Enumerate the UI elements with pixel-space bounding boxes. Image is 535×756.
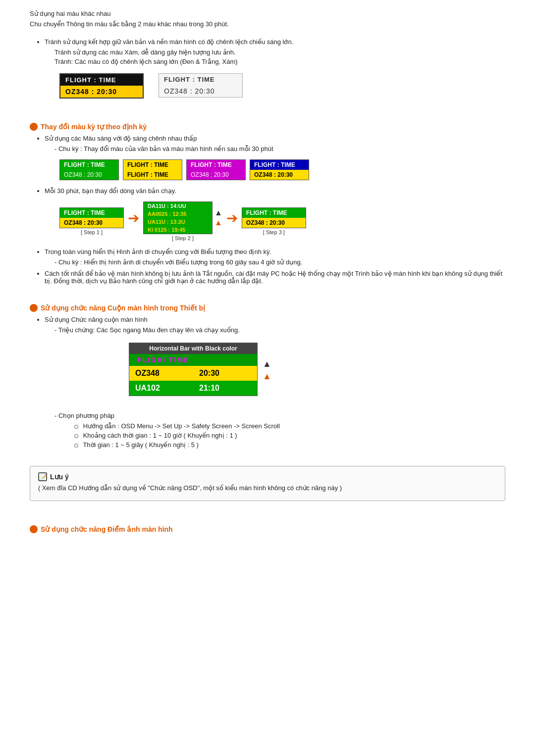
intro-line2: Chu chuyển Thông tin màu sắc bằng 2 màu … — [30, 20, 505, 28]
scroll-arrows: ▲ ▲ — [214, 208, 222, 227]
section1-bullet1: Sử dụng các Màu sáng với độ sáng chênh n… — [45, 135, 505, 142]
circle-bullet-1 — [74, 425, 78, 429]
step1-board: FLIGHT : TIME OZ348 : 20:30 — [59, 207, 124, 228]
step3-label: [ Step 3 ] — [263, 229, 285, 235]
step-boards-row: FLIGHT : TIME OZ348 : 20:30 [ Step 1 ] ➔… — [59, 202, 505, 241]
step3-wrapper: FLIGHT : TIME OZ348 : 20:30 [ Step 3 ] — [242, 207, 306, 235]
section1b-bullet1: Mỗi 30 phút, bạn thay đổi dòng văn bản c… — [45, 187, 505, 195]
light-board-data: OZ348 : 20:30 — [159, 85, 242, 97]
color-boards-row: FLIGHT : TIME OZ348 : 20:30 FLIGHT : TIM… — [59, 159, 505, 180]
step3-data: OZ348 : 20:30 — [242, 218, 306, 228]
intro-line1: Sử dụng hai màu khác nhau — [30, 10, 505, 17]
sub-text-1: Tránh sử dụng các màu Xám, dễ dàng gây h… — [54, 49, 505, 56]
color-board-blue: FLIGHT : TIME OZ348 : 20:30 — [250, 159, 309, 180]
bullet-1: Tránh sử dụng kết hợp giữ văn bản và nền… — [45, 38, 505, 46]
step2-r1: DA11U : 14:UU — [144, 202, 212, 210]
cb-green-header: FLIGHT : TIME — [60, 160, 118, 170]
hbar-container: Horizontal Bar with Black color FLIGHI T… — [129, 343, 258, 398]
color-board-yellow: FLIGHT : TIME FLIGHT : TIME — [123, 159, 182, 180]
step2-r2: AA0025 : 12:35 — [144, 210, 212, 218]
step2-label: [ Step 2 ] — [172, 235, 194, 241]
section2-sub1: - Triệu chứng: Các Sọc ngang Màu đen chạ… — [54, 326, 505, 334]
section1-sub1: - Chu kỳ : Thay đổi màu của văn bản và m… — [54, 145, 505, 152]
section2-title: Sử dụng chức năng Cuộn màn hình trong Th… — [30, 304, 505, 312]
color-board-green: FLIGHT : TIME OZ348 : 20:30 — [59, 159, 119, 180]
choose-item3: Thời gian : 1 ~ 5 giây ( Khuyến nghị : 5… — [74, 441, 505, 449]
step3-board: FLIGHT : TIME OZ348 : 20:30 — [242, 207, 306, 228]
choose-item1: Hướng dẫn : OSD Menu -> Set Up -> Safety… — [74, 422, 505, 430]
note-title: 📝 Lưu ý — [38, 472, 497, 481]
note-text: ( Xem đĩa CD Hướng dẫn sử dụng về "Chức … — [38, 484, 497, 492]
color-board-magenta: FLIGHT : TIME OZ348 : 20:30 — [186, 159, 246, 180]
cb-yellow-data: FLIGHT : TIME — [123, 170, 182, 180]
note-box: 📝 Lưu ý ( Xem đĩa CD Hướng dẫn sử dụng v… — [30, 466, 505, 501]
hbar-header: FLIGHI TIME — [129, 354, 257, 366]
scroll-down-icon: ▲ — [214, 218, 222, 227]
hbar-wrapper: Horizontal Bar with Black color FLIGHI T… — [30, 336, 505, 404]
step3-header: FLIGHT : TIME — [242, 208, 306, 218]
cb-magenta-header: FLIGHT : TIME — [187, 160, 245, 170]
dark-flight-board: FLIGHT : TIME OZ348 : 20:30 — [59, 73, 144, 99]
hbar-row1-c2: 20:30 — [193, 366, 257, 381]
step1-wrapper: FLIGHT : TIME OZ348 : 20:30 [ Step 1 ] — [59, 207, 124, 235]
arrow-right-2: ➔ — [226, 210, 238, 226]
light-flight-board: FLIGHT : TIME OZ348 : 20:30 — [159, 73, 243, 98]
cb-blue-data: OZ348 : 20:30 — [250, 170, 309, 180]
cb-magenta-data: OZ348 : 20:30 — [187, 170, 245, 180]
hbar-arrows: ▲ ▲ — [263, 359, 271, 382]
circle-bullet-2 — [74, 434, 78, 438]
step2-wrapper: DA11U : 14:UU AA0025 : 12:35 UA11U : 13:… — [143, 202, 222, 241]
orange-icon-1 — [30, 123, 38, 131]
hbar-title: Horizontal Bar with Black color — [129, 343, 257, 354]
hbar-row2-c2: 21:10 — [193, 381, 257, 396]
bullets2-sub1: - Chu kỳ : Hiển thị hình ảnh di chuyển v… — [54, 258, 505, 266]
step2-inner: DA11U : 14:UU AA0025 : 12:35 UA11U : 13:… — [143, 202, 222, 234]
cb-blue-header: FLIGHT : TIME — [250, 160, 309, 170]
choose-item2: Khoảng cách thời gian : 1 ~ 10 giờ ( Khu… — [74, 432, 505, 439]
dark-board-data: OZ348 : 20:30 — [60, 86, 143, 98]
hbar-board: Horizontal Bar with Black color FLIGHI T… — [129, 343, 258, 396]
arrow-right-1: ➔ — [128, 210, 139, 226]
section1-title: Thay đổi màu kỳ tự theo định kỳ — [30, 123, 505, 131]
bullets2-b2: Cách tốt nhất để bảo vệ màn hình không b… — [45, 270, 505, 285]
step1-data: OZ348 : 20:30 — [60, 218, 123, 228]
orange-icon-2 — [30, 304, 38, 312]
step2-r4: KI 0125 : 19:45 — [144, 226, 212, 234]
hbar-row2: UA102 21:10 — [129, 381, 257, 396]
hbar-row1-c1: OZ348 — [129, 366, 193, 381]
board-comparison: FLIGHT : TIME OZ348 : 20:30 FLIGHT : TIM… — [59, 73, 505, 99]
step2-r3: UA11U : 13:2U — [144, 218, 212, 226]
step2-board: DA11U : 14:UU AA0025 : 12:35 UA11U : 13:… — [143, 202, 213, 234]
section3-title: Sử dụng chức năng Điểm ảnh màn hình — [30, 525, 505, 533]
hbar-arrow-down: ▲ — [263, 371, 271, 382]
section2-bullet1: Sử dụng Chức năng cuộn màn hình — [45, 316, 505, 323]
step1-header: FLIGHT : TIME — [60, 208, 123, 218]
bullets2-b1: Trong toàn vùng hiển thị Hình ảnh di chu… — [45, 248, 505, 255]
cb-green-data: OZ348 : 20:30 — [60, 170, 118, 180]
orange-icon-3 — [30, 525, 38, 533]
circle-bullet-3 — [74, 444, 78, 448]
cb-yellow-header: FLIGHT : TIME — [123, 160, 182, 170]
scroll-up-icon: ▲ — [214, 208, 222, 217]
hbar-row2-c1: UA102 — [129, 381, 193, 396]
light-board-header: FLIGHT : TIME — [159, 74, 242, 85]
note-icon: 📝 — [38, 472, 47, 481]
choose-method-label: - Chọn phương pháp — [54, 412, 505, 419]
hbar-arrow-up: ▲ — [263, 359, 271, 369]
dark-board-header: FLIGHT : TIME — [60, 74, 143, 86]
hbar-row1: OZ348 20:30 — [129, 366, 257, 381]
sub-text-2: Tránh: Các màu có độ chênh lệch sáng lớn… — [54, 58, 505, 65]
step1-label: [ Step 1 ] — [81, 229, 103, 235]
